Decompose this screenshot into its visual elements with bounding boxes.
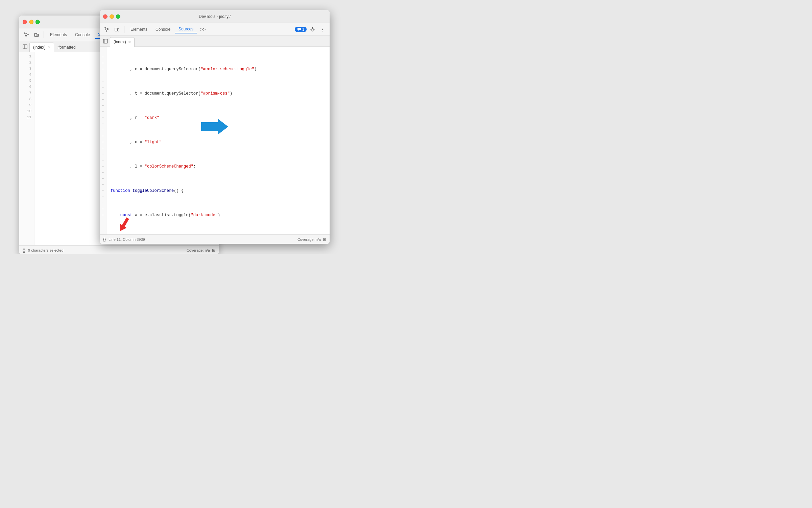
traffic-lights-1 bbox=[23, 20, 40, 24]
select-tool-icon[interactable] bbox=[22, 30, 31, 39]
expand-icon-1[interactable]: ⊞ bbox=[212, 248, 215, 253]
close-button-2[interactable] bbox=[103, 14, 108, 19]
sub-toolbar-2: (index) ✕ bbox=[100, 36, 330, 47]
r2-line-2: , t = document.querySelector("#prism-css… bbox=[111, 91, 330, 97]
line-num-6: 6 bbox=[19, 84, 34, 90]
tab-sources-2[interactable]: Sources bbox=[175, 25, 197, 33]
line-numbers-1: 1 2 3 4 5 6 7 8 9 10 11 bbox=[19, 52, 34, 245]
file-tab-close-1[interactable]: ✕ bbox=[48, 46, 50, 49]
toolbar-2: Elements Console Sources >> 1 ⋮ bbox=[100, 23, 330, 36]
maximize-button-2[interactable] bbox=[116, 14, 120, 19]
coverage-status-2: Coverage: n/a ⊞ bbox=[297, 237, 326, 242]
file-tab-index-label-2: (index) bbox=[114, 40, 126, 44]
dash-1: – bbox=[102, 48, 104, 54]
expand-icon-2[interactable]: ⊞ bbox=[323, 237, 326, 242]
line-num-7: 7 bbox=[19, 90, 34, 96]
blue-arrow bbox=[201, 118, 228, 135]
device-toggle-icon[interactable] bbox=[32, 30, 41, 39]
sidebar-toggle-icon-2[interactable] bbox=[101, 37, 110, 46]
dash-16: – bbox=[102, 139, 104, 145]
dash-18: – bbox=[102, 151, 104, 157]
dash-11: – bbox=[102, 109, 104, 115]
tab-elements-2[interactable]: Elements bbox=[127, 26, 151, 33]
line-num-9: 9 bbox=[19, 102, 34, 108]
settings-icon[interactable] bbox=[308, 25, 317, 34]
r2-line-1: , c = document.querySelector("#color-sch… bbox=[111, 66, 330, 72]
dash-17: – bbox=[102, 145, 104, 151]
dash-12: – bbox=[102, 115, 104, 121]
code-area-2: – – – – – – – – – – – – – – – – – – – – … bbox=[100, 47, 330, 234]
comment-count: 1 bbox=[302, 27, 304, 31]
dash-2: – bbox=[102, 54, 104, 60]
file-tab-close-2[interactable]: ✕ bbox=[128, 40, 131, 44]
sidebar-toggle-icon[interactable] bbox=[21, 42, 29, 51]
svg-rect-2 bbox=[23, 45, 27, 49]
dash-6: – bbox=[102, 78, 104, 84]
dash-3: – bbox=[102, 60, 104, 66]
svg-rect-6 bbox=[115, 28, 117, 31]
file-tab-index-label-1: (index) bbox=[33, 45, 46, 50]
status-bar-1: {} 9 characters selected Coverage: n/a ⊞ bbox=[19, 245, 219, 254]
dash-21: – bbox=[102, 170, 104, 176]
toolbar-divider-2 bbox=[124, 26, 124, 33]
tab-console-1[interactable]: Console bbox=[72, 31, 93, 39]
traffic-lights-2 bbox=[103, 14, 120, 19]
svg-rect-7 bbox=[118, 29, 119, 31]
format-button-1[interactable]: {} bbox=[23, 248, 25, 253]
select-tool-icon-2[interactable] bbox=[102, 25, 111, 34]
tab-elements-1[interactable]: Elements bbox=[47, 31, 70, 39]
dash-15: – bbox=[102, 133, 104, 139]
r2-line-6: function toggleColorScheme() { bbox=[111, 188, 330, 194]
dash-14: – bbox=[102, 127, 104, 133]
file-tab-index-1[interactable]: (index) ✕ bbox=[29, 43, 54, 52]
coverage-status-1: Coverage: n/a ⊞ bbox=[187, 248, 215, 253]
more-options-icon[interactable]: ⋮ bbox=[318, 25, 327, 34]
dash-13: – bbox=[102, 121, 104, 127]
tab-more-2[interactable]: >> bbox=[198, 26, 208, 33]
dash-28: – bbox=[102, 212, 104, 218]
file-tab-index-2[interactable]: (index) ✕ bbox=[110, 37, 135, 47]
dash-20: – bbox=[102, 163, 104, 170]
line-num-11: 11 bbox=[19, 114, 34, 120]
line-num-1: 1 bbox=[19, 53, 34, 59]
tab-console-2[interactable]: Console bbox=[152, 26, 174, 33]
dash-8: – bbox=[102, 91, 104, 97]
file-tab-formatted-label-1: :formatted bbox=[57, 45, 76, 50]
svg-rect-9 bbox=[103, 39, 108, 43]
minimize-button-1[interactable] bbox=[29, 20, 33, 24]
selection-status-1: 9 characters selected bbox=[28, 248, 64, 252]
toolbar-divider-1 bbox=[44, 31, 44, 38]
close-button-1[interactable] bbox=[23, 20, 27, 24]
r2-line-7: const a = e.classList.toggle("dark-mode"… bbox=[111, 212, 330, 218]
position-status-2: Line 11, Column 3939 bbox=[109, 237, 145, 242]
svg-marker-5 bbox=[117, 217, 131, 232]
format-button-2[interactable]: {} bbox=[103, 237, 106, 242]
line-num-2: 2 bbox=[19, 59, 34, 66]
dash-26: – bbox=[102, 200, 104, 206]
device-toggle-icon-2[interactable] bbox=[113, 25, 121, 34]
dash-9: – bbox=[102, 97, 104, 103]
code-content-2[interactable]: , c = document.querySelector("#color-sch… bbox=[106, 47, 330, 234]
comment-badge[interactable]: 1 bbox=[295, 27, 307, 32]
line-num-10: 10 bbox=[19, 108, 34, 114]
r2-line-5: , l = "colorSchemeChanged"; bbox=[111, 163, 330, 170]
minimize-button-2[interactable] bbox=[110, 14, 114, 19]
line-num-3: 3 bbox=[19, 66, 34, 72]
svg-point-8 bbox=[312, 28, 313, 30]
red-arrow bbox=[117, 217, 132, 232]
line-num-8: 8 bbox=[19, 96, 34, 102]
dash-19: – bbox=[102, 157, 104, 163]
dash-27: – bbox=[102, 206, 104, 212]
svg-rect-0 bbox=[34, 33, 37, 36]
dash-5: – bbox=[102, 72, 104, 78]
dash-24: – bbox=[102, 188, 104, 194]
toolbar-right-2: 1 ⋮ bbox=[295, 25, 327, 34]
dash-7: – bbox=[102, 84, 104, 91]
maximize-button-1[interactable] bbox=[35, 20, 40, 24]
dash-23: – bbox=[102, 182, 104, 188]
svg-rect-1 bbox=[37, 34, 39, 36]
status-bar-2: {} Line 11, Column 3939 Coverage: n/a ⊞ bbox=[100, 234, 330, 244]
line-num-5: 5 bbox=[19, 78, 34, 84]
file-tab-formatted-1[interactable]: :formatted bbox=[54, 43, 79, 52]
title-bar-2: DevTools - jec.fyi/ bbox=[100, 10, 330, 23]
